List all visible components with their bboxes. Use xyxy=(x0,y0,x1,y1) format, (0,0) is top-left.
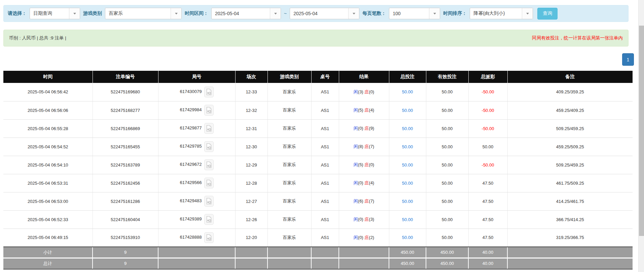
cell-round_no: 617429483 xyxy=(158,192,235,210)
round-number: 617429566 xyxy=(180,180,202,185)
query-type-select[interactable]: 日期查询 xyxy=(30,8,80,19)
total-row: 总计9450.00450.0040.00 xyxy=(3,258,633,269)
bet-records-table: 时间注单编号局号场次游戏类别桌号结果总投注有效投注总派彩备注 2025-05-0… xyxy=(3,71,633,270)
result-player-label: 闲 xyxy=(354,162,358,167)
summary-cell-total_bet: 450.00 xyxy=(389,247,426,258)
cell-game_type: 百家乐 xyxy=(267,210,311,229)
chevron-down-icon[interactable] xyxy=(429,8,440,19)
cell-valid_bet: 50.00 xyxy=(426,156,468,174)
video-replay-button[interactable] xyxy=(204,196,214,207)
cell-result: 闲(5) 庄(4) xyxy=(339,101,389,119)
cell-session: 12-30 xyxy=(235,138,267,156)
round-number: 617430079 xyxy=(180,89,202,94)
summary-cell-valid_bet: 450.00 xyxy=(426,247,468,258)
cell-valid_bet: 50.00 xyxy=(426,101,468,119)
cell-table_no: AS1 xyxy=(311,210,339,229)
table-row: 2025-05-04 06:53:31522475162456617429566… xyxy=(3,174,633,192)
cell-remark: 414.25/461.75 xyxy=(507,192,633,210)
cell-remark: 366.75/414.25 xyxy=(507,210,633,229)
pagination-page-1[interactable]: 1 xyxy=(622,53,634,66)
video-replay-button[interactable] xyxy=(204,178,214,188)
summary-cell-table_no xyxy=(311,247,339,258)
result-player-points: (5) xyxy=(358,108,365,113)
round-number: 617429483 xyxy=(180,198,202,203)
page-size-select[interactable]: 100 xyxy=(389,8,440,19)
currency-total-text: 币别 : 人民币 | 总共 :9 注单 | xyxy=(9,35,66,41)
summary-cell-time: 总计 xyxy=(3,258,93,269)
date-from-select[interactable]: 2025-05-04 xyxy=(211,8,281,19)
round-number: 617428888 xyxy=(180,235,202,240)
table-row: 2025-05-04 06:52:33522475160404617429389… xyxy=(3,210,633,229)
cell-payout: 47.50 xyxy=(468,192,507,210)
video-replay-icon xyxy=(206,89,212,95)
chevron-down-icon[interactable] xyxy=(348,8,359,19)
result-player-label: 闲 xyxy=(354,217,358,222)
cell-table_no: AS1 xyxy=(311,138,339,156)
date-from-value: 2025-05-04 xyxy=(212,11,270,16)
cell-game_type: 百家乐 xyxy=(267,229,311,247)
cell-valid_bet: 50.00 xyxy=(426,210,468,229)
result-banker-points: (3) xyxy=(369,217,374,222)
cell-result: 闲(0) 庄(9) xyxy=(339,119,389,138)
cell-session: 12-20 xyxy=(235,229,267,247)
result-player-label: 闲 xyxy=(354,144,358,149)
summary-cell-table_no xyxy=(311,258,339,269)
date-to-select[interactable]: 2025-05-04 xyxy=(290,8,359,19)
result-banker-points: (4) xyxy=(369,180,374,185)
cell-result: 闲(5) 庄(0) xyxy=(339,156,389,174)
summary-cell-session xyxy=(235,247,267,258)
chevron-down-icon[interactable] xyxy=(171,8,181,19)
cell-bet_no: 522475160404 xyxy=(93,210,158,229)
cell-time: 2025-05-04 06:53:00 xyxy=(3,192,93,210)
video-replay-button[interactable] xyxy=(204,159,214,170)
vertical-scrollbar[interactable] xyxy=(638,0,644,272)
cell-time: 2025-05-04 06:54:52 xyxy=(3,138,93,156)
video-replay-button[interactable] xyxy=(204,105,214,116)
cell-total_bet: 50.00 xyxy=(389,192,426,210)
summary-cell-round_no xyxy=(158,258,235,269)
cell-session: 12-27 xyxy=(235,192,267,210)
chevron-down-icon[interactable] xyxy=(522,8,533,19)
time-sort-select[interactable]: 降幂(由大到小) xyxy=(470,8,533,19)
cell-table_no: AS1 xyxy=(311,156,339,174)
cell-time: 2025-05-04 06:54:10 xyxy=(3,156,93,174)
game-category-value: 百家乐 xyxy=(105,10,171,17)
video-replay-button[interactable] xyxy=(204,87,214,97)
column-header-time: 时间 xyxy=(3,71,93,83)
cell-game_type: 百家乐 xyxy=(267,138,311,156)
cell-payout: -50.00 xyxy=(468,101,507,119)
table-row: 2025-05-04 06:56:42522475169680617430079… xyxy=(3,83,633,101)
scrollbar-thumb[interactable] xyxy=(639,26,644,236)
game-category-select[interactable]: 百家乐 xyxy=(105,8,182,19)
cell-total_bet: 50.00 xyxy=(389,119,426,138)
summary-cell-round_no xyxy=(158,247,235,258)
page-size-value: 100 xyxy=(389,11,429,16)
cell-result: 闲(0) 庄(2) xyxy=(339,229,389,247)
video-replay-button[interactable] xyxy=(204,141,214,152)
round-number: 617429984 xyxy=(180,107,202,112)
result-banker-label: 庄 xyxy=(364,126,369,131)
video-replay-button[interactable] xyxy=(204,232,214,243)
round-number: 617429389 xyxy=(180,216,202,221)
chevron-down-icon[interactable] xyxy=(69,8,80,19)
video-replay-button[interactable] xyxy=(204,214,214,225)
cell-time: 2025-05-04 06:53:31 xyxy=(3,174,93,192)
cell-payout: 50.00 xyxy=(468,138,507,156)
cell-round_no: 617430079 xyxy=(158,83,235,101)
subtotal-row: 小计9450.00450.0040.00 xyxy=(3,247,633,258)
video-replay-button[interactable] xyxy=(204,123,214,134)
result-banker-label: 庄 xyxy=(364,180,369,185)
summary-cell-result xyxy=(339,258,389,269)
cell-session: 12-31 xyxy=(235,119,267,138)
result-banker-points: (9) xyxy=(369,126,374,131)
cell-bet_no: 522475162456 xyxy=(93,174,158,192)
cell-remark: 509.25/459.25 xyxy=(507,156,633,174)
table-row: 2025-05-04 06:54:10522475163789617429672… xyxy=(3,156,633,174)
chevron-down-icon[interactable] xyxy=(270,8,281,19)
result-player-label: 闲 xyxy=(354,108,358,113)
cell-total_bet: 50.00 xyxy=(389,138,426,156)
cell-time: 2025-05-04 06:56:42 xyxy=(3,83,93,101)
query-button[interactable]: 查询 xyxy=(537,8,558,20)
column-header-total_bet: 总投注 xyxy=(389,71,426,83)
table-row: 2025-05-04 06:56:06522475168277617429984… xyxy=(3,101,633,119)
